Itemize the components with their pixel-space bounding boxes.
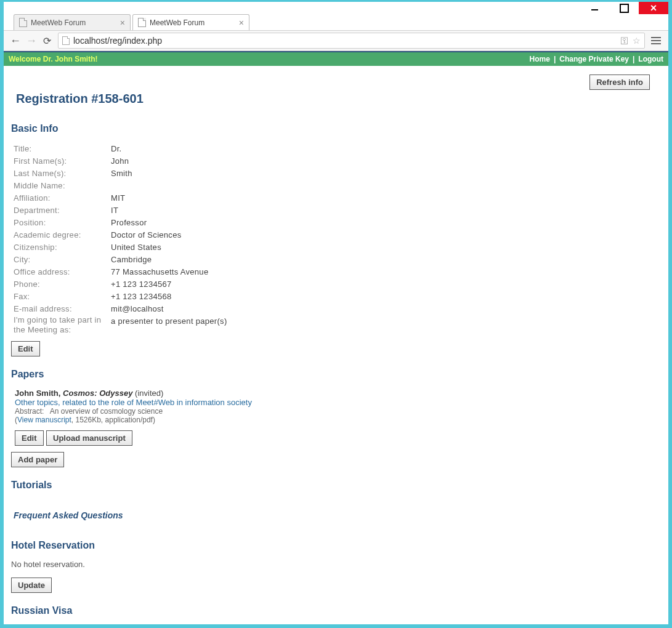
- view-manuscript-link[interactable]: View manuscript: [17, 416, 71, 424]
- field-label: E-mail address:: [14, 303, 111, 315]
- hamburger-menu-icon[interactable]: [651, 35, 662, 46]
- field-label: Citizenship:: [14, 241, 111, 254]
- field-value: Cambridge: [111, 254, 152, 266]
- field-value: IT: [111, 204, 118, 217]
- update-hotel-button[interactable]: Update: [11, 578, 52, 593]
- file-icon: [19, 18, 27, 27]
- field-value: John: [111, 155, 129, 167]
- key-icon[interactable]: ⚿: [620, 36, 629, 46]
- field-label: Affiliation:: [14, 192, 111, 204]
- paper-author: John Smith,: [15, 388, 63, 398]
- paper-invited: (invited): [132, 388, 163, 398]
- field-value: MIT: [111, 192, 125, 204]
- paper-title: Cosmos: Odyssey: [63, 388, 132, 398]
- papers-heading: Papers: [11, 369, 657, 380]
- window-minimize-button[interactable]: [580, 2, 609, 14]
- url-input[interactable]: [73, 36, 617, 46]
- field-value: Professor: [111, 217, 147, 229]
- field-value: Doctor of Sciences: [111, 229, 182, 241]
- manuscript-meta: , 1526Kb, application/pdf): [71, 416, 155, 424]
- field-value: +1 123 1234567: [111, 278, 172, 291]
- field-label: Title:: [14, 143, 111, 155]
- field-value: 77 Massachusetts Avenue: [111, 266, 208, 278]
- tab-label: MeetWeb Forum: [31, 18, 86, 27]
- field-label: Department:: [14, 204, 111, 217]
- site-header-bar: Welcome Dr. John Smith! Home | Change Pr…: [4, 52, 668, 66]
- paper-topic: Other topics, related to the role of Mee…: [15, 398, 657, 407]
- field-label: Office address:: [14, 266, 111, 278]
- field-label: First Name(s):: [14, 155, 111, 167]
- close-tab-icon[interactable]: ×: [239, 18, 244, 28]
- basic-info-table: Title:Dr. First Name(s):John Last Name(s…: [14, 143, 657, 335]
- back-button[interactable]: ←: [10, 34, 20, 47]
- refresh-info-button[interactable]: Refresh info: [589, 74, 650, 90]
- field-value: Dr.: [111, 143, 122, 155]
- field-label: Middle Name:: [14, 180, 111, 192]
- browser-tabstrip: MeetWeb Forum × MeetWeb Forum ×: [4, 14, 668, 31]
- basic-info-heading: Basic Info: [11, 123, 657, 134]
- separator: |: [633, 55, 634, 63]
- edit-paper-button[interactable]: Edit: [15, 430, 44, 446]
- hotel-heading: Hotel Reservation: [11, 540, 657, 551]
- field-label: I'm going to take part in the Meeting as…: [14, 315, 111, 335]
- close-tab-icon[interactable]: ×: [120, 18, 125, 28]
- tutorials-heading: Tutorials: [11, 480, 657, 491]
- abstract-label: Abstract:: [15, 407, 44, 416]
- field-label: Academic degree:: [14, 229, 111, 241]
- field-label: City:: [14, 254, 111, 266]
- browser-tab-2[interactable]: MeetWeb Forum ×: [132, 14, 249, 30]
- edit-basic-info-button[interactable]: Edit: [11, 341, 40, 356]
- hotel-status: No hotel reservation.: [11, 560, 657, 569]
- change-private-key-link[interactable]: Change Private Key: [559, 55, 629, 63]
- page-content[interactable]: Refresh info Registration #158-601 Basic…: [4, 66, 668, 624]
- field-value: Smith: [111, 167, 132, 180]
- window-close-button[interactable]: ×: [639, 2, 668, 14]
- page-icon: [62, 36, 70, 45]
- field-label: Fax:: [14, 291, 111, 303]
- field-value: a presenter to present paper(s): [111, 315, 227, 335]
- reload-button[interactable]: ⟳: [42, 35, 52, 47]
- home-link[interactable]: Home: [530, 55, 550, 63]
- visa-heading: Russian Visa: [11, 605, 657, 616]
- field-label: Last Name(s):: [14, 167, 111, 180]
- field-value: mit@localhost: [111, 303, 164, 315]
- welcome-text: Welcome Dr. John Smith!: [9, 55, 97, 63]
- faq-link[interactable]: Frequent Asked Questions: [14, 510, 657, 520]
- field-label: Position:: [14, 217, 111, 229]
- field-value: +1 123 1234568: [111, 291, 172, 303]
- separator: |: [554, 55, 556, 63]
- browser-toolbar: ← → ⟳ ⚿ ☆: [4, 31, 668, 51]
- forward-button[interactable]: →: [26, 34, 36, 47]
- window-maximize-button[interactable]: [609, 2, 639, 14]
- upload-manuscript-button[interactable]: Upload manuscript: [46, 430, 132, 446]
- page-title: Registration #158-601: [16, 92, 657, 106]
- add-paper-button[interactable]: Add paper: [11, 452, 64, 467]
- address-bar[interactable]: ⚿ ☆: [58, 33, 645, 49]
- window-titlebar: ×: [4, 2, 668, 14]
- star-icon[interactable]: ☆: [633, 36, 641, 46]
- abstract-text: An overview of cosmology science: [50, 407, 163, 416]
- file-icon: [138, 18, 146, 27]
- tab-label: MeetWeb Forum: [150, 18, 204, 27]
- logout-link[interactable]: Logout: [638, 55, 663, 63]
- field-label: Phone:: [14, 278, 111, 291]
- field-value: United States: [111, 241, 161, 254]
- browser-tab-1[interactable]: MeetWeb Forum ×: [14, 14, 131, 30]
